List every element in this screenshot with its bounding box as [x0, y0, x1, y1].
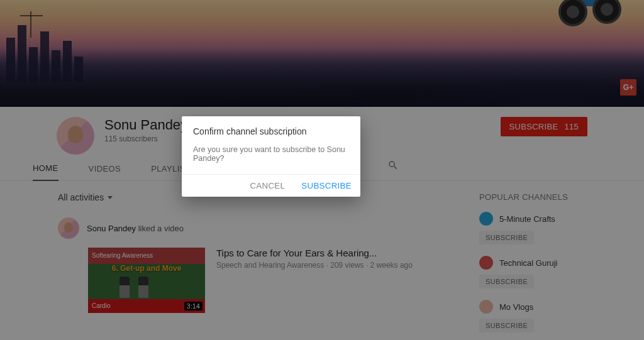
confirm-subscription-dialog: Confirm channel subscription Are you sur…	[182, 116, 360, 197]
confirm-subscribe-button[interactable]: SUBSCRIBE	[301, 181, 352, 190]
dialog-text: Are you sure you want to subscribe to So…	[193, 145, 349, 163]
dialog-title: Confirm channel subscription	[193, 126, 349, 136]
dialog-actions: CANCEL SUBSCRIBE	[182, 174, 360, 197]
cancel-button[interactable]: CANCEL	[250, 181, 285, 190]
